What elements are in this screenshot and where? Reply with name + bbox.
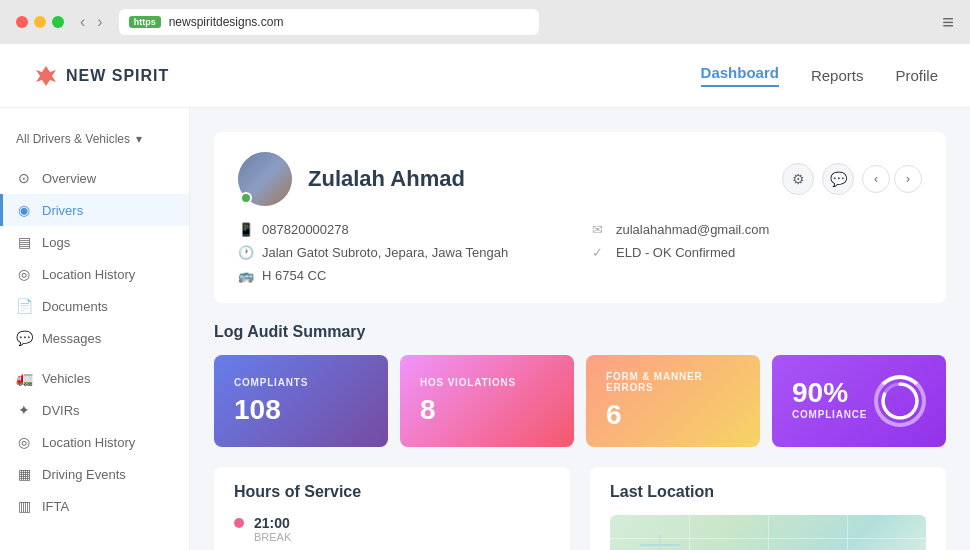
driver-vehicle-filter[interactable]: All Drivers & Vehicles ▾: [0, 124, 189, 162]
browser-nav: ‹ ›: [76, 11, 107, 33]
sidebar-item-messages[interactable]: 💬 Messages: [0, 322, 189, 354]
address-bar[interactable]: https newspiritdesigns.com: [119, 9, 539, 35]
compliants-value: 108: [234, 394, 368, 426]
location-title: Last Location: [610, 483, 926, 501]
audit-card-compliants: COMPLIANTS 108: [214, 355, 388, 447]
nav-arrows: ‹ ›: [862, 165, 922, 193]
sidebar-item-documents[interactable]: 📄 Documents: [0, 290, 189, 322]
sidebar-item-overview[interactable]: ⊙ Overview: [0, 162, 189, 194]
sidebar-label-messages: Messages: [42, 331, 101, 346]
sidebar-label-overview: Overview: [42, 171, 96, 186]
hos-entries: 21:00 BREAK 35:00 DRIVING: [234, 515, 550, 550]
driver-header: Zulalah Ahmad ⚙ 💬 ‹ ›: [238, 152, 922, 206]
eld-icon: ✓: [592, 245, 608, 260]
sidebar: All Drivers & Vehicles ▾ ⊙ Overview ◉ Dr…: [0, 108, 190, 550]
sidebar-section-vehicles: 🚛 Vehicles ✦ DVIRs ◎ Location History ▦ …: [0, 362, 189, 522]
sidebar-item-location-history-vehicle[interactable]: ◎ Location History: [0, 426, 189, 458]
sidebar-label-documents: Documents: [42, 299, 108, 314]
chat-icon: 💬: [830, 171, 847, 187]
map-grid-line-v: [689, 515, 690, 550]
sidebar-item-dvirs[interactable]: ✦ DVIRs: [0, 394, 189, 426]
maximize-dot[interactable]: [52, 16, 64, 28]
email-info: ✉ zulalahahmad@gmail.com: [592, 222, 922, 237]
phone-icon: 📱: [238, 222, 254, 237]
sidebar-label-loc-history-v: Location History: [42, 435, 135, 450]
audit-card-hos: HOS VIOLATIONS 8: [400, 355, 574, 447]
eld-info: ✓ ELD - OK Confirmed: [592, 245, 922, 260]
back-button[interactable]: ‹: [76, 11, 89, 33]
sidebar-label-location-history: Location History: [42, 267, 135, 282]
chevron-down-icon: ▾: [136, 132, 142, 146]
documents-icon: 📄: [16, 298, 32, 314]
logo-icon: [32, 62, 60, 90]
online-indicator: [240, 192, 252, 204]
audit-card-compliance: 90% COMPLIANCE: [772, 355, 946, 447]
overview-icon: ⊙: [16, 170, 32, 186]
bottom-grid: Hours of Service 21:00 BREAK 35:00 DR: [214, 467, 946, 550]
address-value: Jalan Gatot Subroto, Jepara, Jawa Tengah: [262, 245, 508, 260]
form-label: FORM & MANNER ERRORS: [606, 371, 740, 393]
sidebar-item-driving-events[interactable]: ▦ Driving Events: [0, 458, 189, 490]
compliance-label: COMPLIANCE: [792, 409, 867, 420]
next-driver-button[interactable]: ›: [894, 165, 922, 193]
sidebar-item-vehicles[interactable]: 🚛 Vehicles: [0, 362, 189, 394]
audit-cards: COMPLIANTS 108 HOS VIOLATIONS 8 FORM & M…: [214, 355, 946, 447]
compliance-circle: [874, 375, 926, 427]
browser-menu-icon[interactable]: ≡: [942, 11, 954, 34]
driver-name: Zulalah Ahmad: [308, 166, 465, 192]
https-badge: https: [129, 16, 161, 28]
compliance-text: 90% COMPLIANCE: [792, 377, 867, 426]
break-info: 21:00 BREAK: [254, 515, 291, 543]
main-content: Zulalah Ahmad ⚙ 💬 ‹ › 📱: [190, 108, 970, 550]
compliance-percent: 90%: [792, 377, 867, 409]
map-placeholder: [610, 515, 926, 550]
forward-button[interactable]: ›: [93, 11, 106, 33]
driver-info-grid: 📱 087820000278 ✉ zulalahahmad@gmail.com …: [238, 222, 922, 283]
phone-value: 087820000278: [262, 222, 349, 237]
sidebar-label-driving-events: Driving Events: [42, 467, 126, 482]
nav-dashboard[interactable]: Dashboard: [701, 64, 779, 87]
sidebar-item-location-history-driver[interactable]: ◎ Location History: [0, 258, 189, 290]
sidebar-label-logs: Logs: [42, 235, 70, 250]
break-dot: [234, 518, 244, 528]
drivers-icon: ◉: [16, 202, 32, 218]
hos-title: Hours of Service: [234, 483, 550, 501]
messages-icon: 💬: [16, 330, 32, 346]
dvirs-icon: ✦: [16, 402, 32, 418]
nav-links: Dashboard Reports Profile: [701, 64, 938, 87]
close-dot[interactable]: [16, 16, 28, 28]
vehicles-icon: 🚛: [16, 370, 32, 386]
hos-label: HOS VIOLATIONS: [420, 377, 554, 388]
location-icon-v: ◎: [16, 434, 32, 450]
url-text: newspiritdesigns.com: [169, 15, 284, 29]
location-history-icon: ◎: [16, 266, 32, 282]
settings-button[interactable]: ⚙: [782, 163, 814, 195]
logo: NEW SPIRIT: [32, 62, 169, 90]
ifta-icon: ▥: [16, 498, 32, 514]
form-value: 6: [606, 399, 740, 431]
compliance-chart: [878, 375, 922, 427]
vehicle-icon: 🚌: [238, 268, 254, 283]
minimize-dot[interactable]: [34, 16, 46, 28]
compliants-label: COMPLIANTS: [234, 377, 368, 388]
browser-chrome: ‹ › https newspiritdesigns.com ≡: [0, 0, 970, 44]
message-button[interactable]: 💬: [822, 163, 854, 195]
phone-info: 📱 087820000278: [238, 222, 568, 237]
sidebar-section-main: ⊙ Overview ◉ Drivers ▤ Logs ◎ Location H…: [0, 162, 189, 354]
break-label: BREAK: [254, 531, 291, 543]
logo-text: NEW SPIRIT: [66, 67, 169, 85]
logs-icon: ▤: [16, 234, 32, 250]
nav-reports[interactable]: Reports: [811, 67, 864, 84]
sidebar-label-dvirs: DVIRs: [42, 403, 80, 418]
prev-driver-button[interactable]: ‹: [862, 165, 890, 193]
sidebar-label-vehicles: Vehicles: [42, 371, 90, 386]
sidebar-item-drivers[interactable]: ◉ Drivers: [0, 194, 189, 226]
eld-value: ELD - OK Confirmed: [616, 245, 735, 260]
sidebar-item-logs[interactable]: ▤ Logs: [0, 226, 189, 258]
audit-title: Log Audit Summary: [214, 323, 946, 341]
hos-card: Hours of Service 21:00 BREAK 35:00 DR: [214, 467, 570, 550]
filter-label: All Drivers & Vehicles: [16, 132, 130, 146]
sidebar-item-ifta[interactable]: ▥ IFTA: [0, 490, 189, 522]
location-icon: 🕐: [238, 245, 254, 260]
nav-profile[interactable]: Profile: [895, 67, 938, 84]
